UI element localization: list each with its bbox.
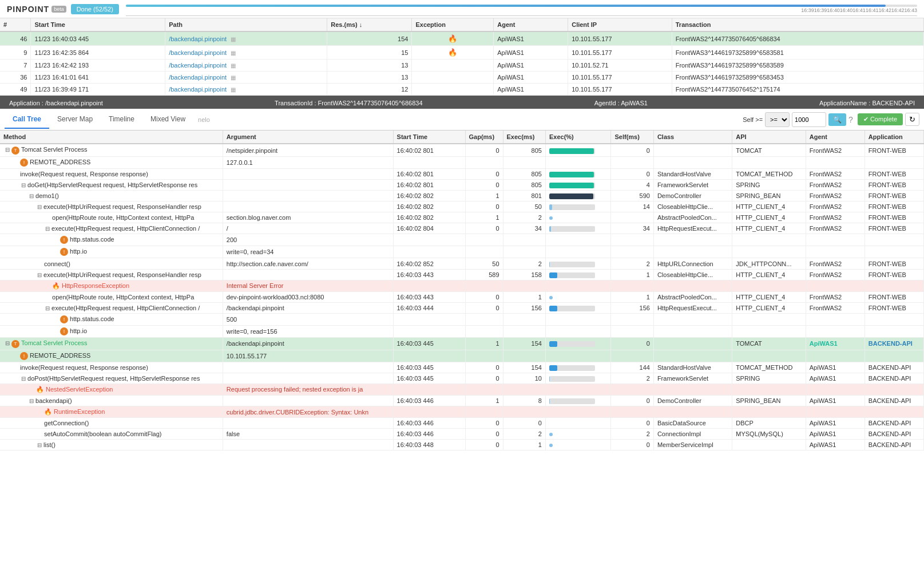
- list-item[interactable]: ⊟TTomcat Servlet Process /netspider.pinp…: [0, 144, 924, 157]
- list-item[interactable]: !http.io write=0, read=34: [0, 246, 924, 258]
- expand-icon[interactable]: ⊟: [37, 442, 42, 448]
- list-item[interactable]: open(HttpRoute route, HttpContext contex…: [0, 212, 924, 223]
- tab-mixed-view[interactable]: Mixed View: [142, 110, 193, 129]
- ct-col-exec-pct: Exec(%): [545, 131, 611, 144]
- ct-application: [864, 384, 923, 395]
- ct-agent: ApiWAS1: [806, 373, 864, 384]
- ct-exec-pct: [545, 418, 611, 429]
- ct-agent: ApiWAS1: [806, 395, 864, 406]
- ct-exec-pct: [545, 325, 611, 337]
- ct-self: [611, 246, 653, 258]
- list-item[interactable]: ⊟doPost(HttpServletRequest request, Http…: [0, 373, 924, 384]
- expand-icon[interactable]: ⊟: [21, 182, 26, 188]
- complete-button[interactable]: ✔ Complete: [858, 113, 903, 125]
- ct-argument: [223, 169, 393, 180]
- list-item[interactable]: invoke(Request request, Response respons…: [0, 362, 924, 373]
- list-item[interactable]: getConnection() 16:40:03 446 0 0 0 Basic…: [0, 418, 924, 429]
- table-row[interactable]: 36 11/23 16:41:01 641 /backendapi.pinpoi…: [0, 72, 924, 84]
- search-button[interactable]: 🔍: [828, 113, 846, 126]
- list-item[interactable]: invoke(Request request, Response respons…: [0, 169, 924, 180]
- ct-start: [393, 384, 465, 395]
- ct-exec: 2: [503, 258, 545, 269]
- expand-icon[interactable]: ⊟: [45, 305, 50, 311]
- exec-bar-dot: [549, 216, 553, 220]
- ct-exec-pct: [545, 373, 611, 384]
- list-item[interactable]: 🔥HttpResponseException Internal Server E…: [0, 280, 924, 291]
- ct-argument: cubrid.jdbc.driver.CUBRIDException: Synt…: [223, 406, 393, 418]
- self-operator-select[interactable]: >= > =: [765, 112, 790, 127]
- list-item[interactable]: connect() http://section.cafe.naver.com/…: [0, 258, 924, 269]
- ct-exec: [503, 280, 545, 291]
- ct-agent: ApiWAS1: [806, 440, 864, 451]
- cell-agent: ApiWAS1: [494, 46, 568, 60]
- table-row[interactable]: 49 11/23 16:39:49 171 /backendapi.pinpoi…: [0, 84, 924, 96]
- table-row[interactable]: 7 11/23 16:42:42 193 /backendapi.pinpoin…: [0, 60, 924, 72]
- ct-agent: FrontWAS2: [806, 169, 864, 180]
- expand-icon[interactable]: ⊟: [37, 204, 42, 210]
- table-row[interactable]: 46 11/23 16:40:03 445 /backendapi.pinpoi…: [0, 31, 924, 46]
- tab-server-map[interactable]: Server Map: [49, 110, 101, 129]
- method-name: setAutoCommit(boolean autoCommitFlag): [44, 430, 161, 437]
- ct-api: SPRING_BEAN: [732, 191, 806, 201]
- list-item[interactable]: !REMOTE_ADDRESS 10.101.55.177: [0, 350, 924, 362]
- list-item[interactable]: ⊟execute(HttpRequest request, HttpClient…: [0, 223, 924, 234]
- expand-icon[interactable]: ⊟: [29, 193, 34, 199]
- list-item[interactable]: ⊟execute(HttpUriRequest request, Respons…: [0, 269, 924, 280]
- list-item[interactable]: !http.status.code 500: [0, 313, 924, 325]
- list-item[interactable]: ⊟demo1() 16:40:02 802 1 801 590 DemoCont…: [0, 191, 924, 201]
- help-button[interactable]: ?: [848, 115, 853, 124]
- ct-start: 16:40:02 801: [393, 169, 465, 180]
- method-name: REMOTE_ADDRESS: [30, 159, 90, 165]
- method-name: doPost(HttpServletRequest request, HttpS…: [27, 375, 200, 382]
- list-item[interactable]: !http.io write=0, read=156: [0, 325, 924, 337]
- tab-timeline[interactable]: Timeline: [101, 110, 142, 129]
- list-item[interactable]: ⊟execute(HttpUriRequest request, Respons…: [0, 201, 924, 212]
- ct-self: [611, 212, 653, 223]
- ct-method: !http.status.code: [0, 234, 223, 246]
- col-agent: Agent: [494, 18, 568, 31]
- ct-application: FRONT-WEB: [864, 201, 923, 212]
- tomcat-icon: T: [11, 340, 19, 348]
- cell-exception: [412, 84, 494, 96]
- list-item[interactable]: !REMOTE_ADDRESS 127.0.0.1: [0, 157, 924, 169]
- expand-icon[interactable]: ⊟: [5, 340, 10, 346]
- ct-self: 0: [611, 144, 653, 157]
- exec-bar: [549, 226, 595, 232]
- tab-call-tree[interactable]: Call Tree: [5, 110, 49, 129]
- ct-class: HttpRequestExecut...: [653, 223, 732, 234]
- list-item[interactable]: ⊟execute(HttpRequest request, HttpClient…: [0, 302, 924, 313]
- tab-nelo[interactable]: nelo: [193, 116, 215, 123]
- ct-application: FRONT-WEB: [864, 258, 923, 269]
- list-item[interactable]: ⊟doGet(HttpServletRequest request, HttpS…: [0, 180, 924, 191]
- self-value-input[interactable]: [792, 112, 826, 127]
- list-item[interactable]: ⊟list() 16:40:03 448 0 1 0 MemberService…: [0, 440, 924, 451]
- tick-6: 16:41: [866, 7, 879, 13]
- ct-agent: ApiWAS1: [806, 429, 864, 440]
- ct-application: [864, 234, 923, 246]
- expand-icon[interactable]: ⊟: [29, 398, 34, 404]
- list-item[interactable]: open(HttpRoute route, HttpContext contex…: [0, 291, 924, 302]
- tick-8: 16:42: [891, 7, 905, 13]
- cell-exception: 🔥: [412, 31, 494, 46]
- list-item[interactable]: ⊟backendapi() 16:40:03 446 1 8 0 DemoCon…: [0, 395, 924, 406]
- expand-icon[interactable]: ⊟: [37, 272, 42, 278]
- cell-res: 12: [327, 84, 412, 96]
- table-row[interactable]: 9 11/23 16:42:35 864 /backendapi.pinpoin…: [0, 46, 924, 60]
- expand-icon[interactable]: ⊟: [5, 147, 10, 153]
- tick-3: 16:40: [827, 7, 840, 13]
- expand-icon[interactable]: ⊟: [45, 226, 50, 232]
- list-item[interactable]: setAutoCommit(boolean autoCommitFlag) fa…: [0, 429, 924, 440]
- list-item[interactable]: ⊟TTomcat Servlet Process /backendapi.pin…: [0, 337, 924, 350]
- ct-col-self: Self(ms): [611, 131, 653, 144]
- ct-exec-pct: [545, 144, 611, 157]
- list-item[interactable]: 🔥NestedServletException Request processi…: [0, 384, 924, 395]
- expand-icon[interactable]: ⊟: [21, 376, 26, 382]
- list-item[interactable]: !http.status.code 200: [0, 234, 924, 246]
- ct-class: StandardHostValve: [653, 169, 732, 180]
- done-button[interactable]: Done (52/52): [71, 4, 119, 14]
- cell-agent: ApiWAS1: [494, 31, 568, 46]
- ct-application: BACKEND-API: [864, 362, 923, 373]
- refresh-button[interactable]: ↻: [905, 113, 919, 126]
- list-item[interactable]: 🔥RuntimeException cubrid.jdbc.driver.CUB…: [0, 406, 924, 418]
- ct-exec-pct: [545, 258, 611, 269]
